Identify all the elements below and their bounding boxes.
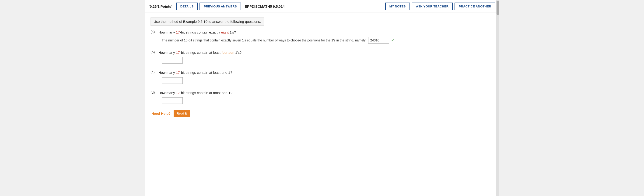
check-icon: ✓ (391, 38, 394, 43)
scrollbar-thumb[interactable] (496, 1, 499, 15)
answer-a-input[interactable] (368, 37, 389, 44)
q-b-letter: (b) (150, 50, 157, 54)
problem-id: EPPDISCMATH5 9.5.014. (245, 4, 286, 8)
question-c-block: (c) How many 17-bit strings contain at l… (150, 70, 494, 84)
points-label: [0.25/1 Points] (149, 4, 172, 8)
q-a-letter: (a) (150, 30, 157, 34)
practice-another-button[interactable]: PRACTICE ANOTHER (454, 2, 495, 10)
read-it-button[interactable]: Read It (174, 110, 190, 117)
q-b-17: 17 (176, 51, 180, 54)
previous-answers-button[interactable]: PREVIOUS ANSWERS (200, 2, 241, 10)
question-d-input-block (162, 97, 494, 104)
answer-d-input[interactable] (162, 97, 183, 104)
q-a-eight: eight (221, 30, 229, 34)
question-a-answer-row: The number of 15-bit strings that contai… (162, 37, 494, 44)
answer-a-prefix: The number of 15-bit strings that contai… (162, 38, 366, 42)
scrollbar[interactable] (496, 0, 499, 196)
details-button[interactable]: DETAILS (176, 2, 198, 10)
answer-b-input[interactable] (162, 57, 183, 64)
question-b-block: (b) How many 17-bit strings contain at l… (150, 50, 494, 64)
intro-label: Use the method of Example 9.5.10 to answ… (154, 19, 261, 23)
question-c-input-block (162, 77, 494, 84)
ask-teacher-button[interactable]: ASK YOUR TEACHER (412, 2, 453, 10)
need-help-label: Need Help? (152, 111, 171, 115)
q-c-17: 17 (176, 71, 180, 75)
need-help-row: Need Help? Read It (150, 110, 494, 117)
q-a-text: How many 17-bit strings contain exactly … (158, 30, 236, 35)
question-b-input-block (162, 57, 494, 64)
q-d-text: How many 17-bit strings contain at most … (158, 90, 232, 96)
question-d-label: (d) How many 17-bit strings contain at m… (150, 90, 494, 96)
question-c-label: (c) How many 17-bit strings contain at l… (150, 70, 494, 75)
right-buttons: MY NOTES ASK YOUR TEACHER PRACTICE ANOTH… (385, 2, 495, 10)
q-d-letter: (d) (150, 90, 157, 94)
q-b-fourteen: fourteen (222, 51, 234, 54)
header-bar: [0.25/1 Points] DETAILS PREVIOUS ANSWERS… (145, 0, 499, 13)
intro-text: Use the method of Example 9.5.10 to answ… (150, 17, 264, 26)
q-d-17: 17 (176, 91, 180, 95)
question-b-label: (b) How many 17-bit strings contain at l… (150, 50, 494, 55)
q-c-text: How many 17-bit strings contain at least… (158, 70, 232, 75)
question-a-block: (a) How many 17-bit strings contain exac… (150, 30, 494, 44)
question-d-block: (d) How many 17-bit strings contain at m… (150, 90, 494, 104)
question-a-label: (a) How many 17-bit strings contain exac… (150, 30, 494, 35)
q-b-text: How many 17-bit strings contain at least… (158, 50, 242, 55)
q-c-letter: (c) (150, 70, 157, 74)
answer-c-input[interactable] (162, 77, 183, 84)
q-a-17: 17 (176, 30, 180, 34)
content-area: Use the method of Example 9.5.10 to answ… (145, 13, 499, 124)
my-notes-button[interactable]: MY NOTES (385, 2, 410, 10)
answer-a-suffix: . (396, 38, 397, 42)
